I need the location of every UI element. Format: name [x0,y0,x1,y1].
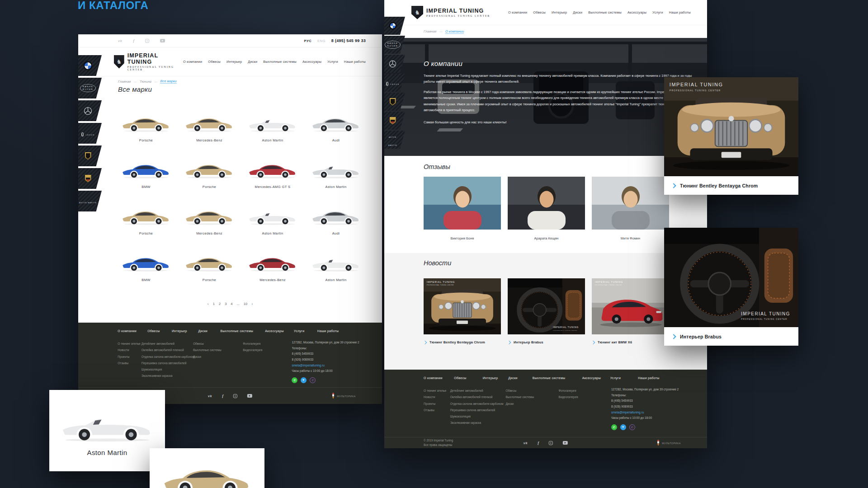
footer-link[interactable]: Отзывы [118,360,140,366]
pagination-prev[interactable]: ‹ [208,301,209,306]
badge-porsche[interactable] [384,112,405,130]
studio-credit[interactable]: МУЛЬТОРИКА [331,393,356,399]
review-card[interactable]: Арарата Кещян [508,177,585,240]
card-title-bar[interactable]: Интерьер Brabus [664,327,798,346]
lang-eng[interactable]: ENG [317,39,326,43]
car-item[interactable]: Aston Martin [241,108,304,147]
footer-link[interactable]: Диски [193,354,222,360]
studio-credit[interactable]: МУЛЬТОРИКА [656,440,681,446]
footer-menu-item[interactable]: Наши работы [317,329,339,333]
footer-menu-item[interactable]: Интерьер [483,376,498,380]
email-link[interactable]: smeta@imperialtuning.ru [292,363,359,369]
nav-item[interactable]: Услуги [327,60,338,64]
footer-menu-item[interactable]: Услуги [610,376,621,380]
instagram-icon[interactable] [549,441,553,445]
footer-menu-item[interactable]: Выхлопные системы [220,329,253,333]
email-link[interactable]: smeta@imperialtuning.ru [611,410,679,416]
vk-icon[interactable]: vk [208,394,212,398]
footer-link[interactable]: Отзывы [424,407,446,413]
footer-link[interactable]: Обвесы [505,388,534,394]
footer-link[interactable]: Новости [424,394,446,400]
pagination-page[interactable]: 1 [213,302,215,306]
footer-menu-item[interactable]: Обвесы [147,329,160,333]
youtube-icon[interactable] [563,441,568,445]
nav-item[interactable]: Выхлопные системы [263,60,297,64]
car-item[interactable]: Mercedes-Benz [241,247,304,287]
phone-number[interactable]: 8 (495) 545 99 33 [331,38,366,43]
badge-bmw[interactable] [78,55,102,76]
footer-link[interactable]: Фотогалерея [243,341,262,347]
badge-porsche[interactable] [78,168,102,189]
review-card[interactable]: Виктория Боня [424,177,501,240]
footer-menu-item[interactable]: Диски [198,329,208,333]
vk-icon[interactable]: vk [118,39,122,43]
footer-menu-item[interactable]: Интерьер [172,329,187,333]
facebook-icon[interactable]: f [222,394,223,398]
instagram-icon[interactable] [145,39,149,43]
footer-link[interactable]: Детейлинг автомобилей [450,388,504,394]
vk-icon[interactable]: vk [524,441,528,445]
news-card-bmw-x6[interactable]: IMPERIAL TUNING PROFESSIONAL TUNING CENT… [592,278,669,344]
footer-link[interactable]: Фотогалерея [559,388,578,394]
nav-item[interactable]: Обвесы [208,60,221,64]
instagram-icon[interactable] [233,394,237,398]
footer-link[interactable]: Отделка салона автомобиля карбоном [142,354,195,360]
nav-item[interactable]: Услуги [652,10,663,14]
footer-link[interactable]: О тюнинг ателье [118,341,140,347]
youtube-icon[interactable] [247,394,252,398]
footer-phone-2[interactable]: 8 (926) 9089933 [292,357,359,363]
car-item[interactable]: Porsche [178,154,241,194]
badge-bmw[interactable] [384,17,405,35]
pagination-page[interactable]: 3 [225,302,226,306]
news-card-brabus[interactable]: IMPERIAL TUNING PROFESSIONAL TUNING CENT… [508,278,585,344]
footer-menu-item[interactable]: Наши работы [638,376,660,380]
car-item[interactable]: Aston Martin [304,247,368,287]
car-item[interactable]: BMW [114,247,178,287]
nav-item[interactable]: Наши работы [344,60,366,64]
footer-link[interactable]: Выхлопные системы [505,394,534,400]
car-item[interactable]: Porsche [178,247,241,287]
nav-item[interactable]: Интерьер [226,60,242,64]
card-bentley[interactable]: IMPERIAL TUNING PROFESSIONAL TUNING CENT… [664,77,798,195]
footer-link[interactable]: Эксклюзивная окраска [142,373,195,379]
footer-menu-item[interactable]: Аксессуары [265,329,283,333]
facebook-icon[interactable]: f [133,38,134,43]
footer-menu-item[interactable]: Обвесы [454,376,466,380]
badge-range-rover[interactable]: RANGEROVER [78,78,102,99]
car-item[interactable]: Mercedes-Benz [178,201,241,240]
pagination-page[interactable]: 4 [231,302,232,306]
footer-phone-1[interactable]: 8 (495) 5459933 [292,351,359,357]
car-item[interactable]: Aston Martin [304,154,368,194]
footer-link[interactable]: Перешивка салона автомобилей [142,360,195,366]
footer-phone-2[interactable]: 8 (926) 9089933 [611,404,679,410]
footer-link[interactable]: Выхлопные системы [193,347,222,353]
pagination-page[interactable]: 10 [244,302,247,306]
footer-link[interactable]: Диски [505,401,534,407]
badge-aston-martin[interactable]: ASTON MARTIN [384,131,405,149]
facebook-icon[interactable]: f [538,441,539,445]
footer-link[interactable]: Проекты [118,354,140,360]
car-item[interactable]: Audi [304,108,368,147]
whatsapp-icon[interactable]: ✆ [292,377,297,383]
nav-item[interactable]: Диски [248,60,257,64]
pagination-page[interactable]: 2 [219,302,221,306]
breadcrumb-home[interactable]: Главная [424,29,436,33]
badge-lamborghini[interactable] [384,93,405,111]
car-item[interactable]: Porsche [114,108,178,147]
footer-link[interactable]: Детейлинг автомобилей [142,341,195,347]
badge-range-rover[interactable]: RANGEROVER [384,36,405,54]
footer-menu-item[interactable]: Выхлопные системы [533,376,566,380]
footer-menu-item[interactable]: Услуги [294,329,304,333]
viber-icon[interactable]: ✆ [310,377,316,383]
footer-link[interactable]: Проекты [424,401,446,407]
footer-menu-item[interactable]: Диски [508,376,518,380]
footer-link[interactable]: О тюнинг ателье [424,388,446,394]
nav-item[interactable]: О компании [183,60,202,64]
footer-menu-item[interactable]: О компании [118,329,137,333]
breadcrumb-home[interactable]: Главная [118,80,131,84]
telegram-icon[interactable]: ➤ [620,424,626,430]
footer-link[interactable]: Новости [118,347,140,353]
badge-lexus[interactable]: L LEXUS [384,74,405,92]
whatsapp-icon[interactable]: ✆ [611,424,617,430]
badge-mercedes[interactable] [384,55,405,73]
